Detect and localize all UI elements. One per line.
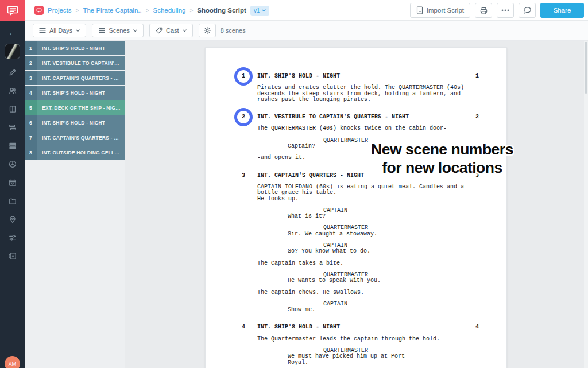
scene-list-item[interactable]: 1INT. SHIP'S HOLD - NIGHT <box>25 41 125 55</box>
scene-list-item[interactable]: 3INT. CAPTAIN'S QUARTERS - NIGHT <box>25 71 125 85</box>
sidebar-item-filter-sliders[interactable] <box>0 228 25 247</box>
ellipsis-icon <box>501 9 509 11</box>
location-pin-icon <box>8 215 17 224</box>
contacts-book-icon <box>8 251 17 261</box>
scenes-dropdown[interactable]: Scenes <box>92 24 144 37</box>
script-viewer: 1INT. SHIP'S HOLD - NIGHT1Pirates and cr… <box>125 41 588 368</box>
scene-number-ring <box>234 67 253 86</box>
annotation-line-1: New scene numbers <box>368 141 517 159</box>
version-badge[interactable]: v1 <box>250 6 270 16</box>
scene-heading[interactable]: 1INT. SHIP'S HOLD - NIGHT1 <box>257 73 479 79</box>
dialogue-line: Royal. <box>288 360 479 366</box>
breadcrumb: Projects>The Pirate Captain..>Scheduling… <box>34 0 269 21</box>
app-logo[interactable] <box>0 0 25 21</box>
scene-list-item[interactable]: 6INT. SHIP'S HOLD - NIGHT <box>25 115 125 130</box>
scene-number-left: 4 <box>242 324 245 330</box>
scene-number: 2 <box>25 56 37 70</box>
action-block: The Quartermaster leads the captain thro… <box>257 336 479 342</box>
cast-members-icon <box>8 86 17 95</box>
scene-list-item[interactable]: 7INT. CAPTAIN'S QUARTERS - NIGHT <box>25 130 125 145</box>
sidebar-item-schedule-rows[interactable] <box>0 137 25 155</box>
breadcrumb-item-scheduling[interactable]: Scheduling <box>153 7 186 14</box>
breadcrumb-item-the-pirate-captain[interactable]: The Pirate Captain.. <box>83 7 141 14</box>
scene-count: 8 scenes <box>220 27 246 34</box>
action-line: The captain chews. He swallows. <box>257 290 479 296</box>
shot-list-aperture-icon <box>8 160 17 169</box>
sidebar-item-script-pages[interactable] <box>0 100 25 118</box>
scene-number-left: 2 <box>242 114 245 120</box>
breadcrumb-item-projects[interactable]: Projects <box>48 7 72 14</box>
cast-dropdown[interactable]: Cast <box>149 24 193 37</box>
dialogue-line: Sir. We caught a stowaway. <box>288 231 479 237</box>
all-days-dropdown[interactable]: All Days <box>33 24 86 37</box>
chevron-down-icon <box>262 9 266 12</box>
breadcrumb-separator: > <box>76 7 79 14</box>
project-thumbnail[interactable] <box>5 44 20 59</box>
action-block: The QUARTERMASTER (40s) knocks twice on … <box>257 126 479 131</box>
scene-list-item[interactable]: 2INT. VESTIBULE TO CAPTAIN'S QUARTERS - … <box>25 56 125 70</box>
dialogue-line: He wants to speak with you. <box>288 278 479 284</box>
annotation-line-2: for new locations <box>368 159 517 177</box>
scene-heading-text: INT. SHIP'S HOLD - NIGHT <box>257 73 340 79</box>
scene-number: 8 <box>25 145 37 160</box>
script-page: 1INT. SHIP'S HOLD - NIGHT1Pirates and cr… <box>205 47 507 368</box>
import-script-label: Import Script <box>427 7 464 14</box>
sidebar-item-files-folder[interactable] <box>0 192 25 210</box>
scene-title-text: EXT. DECK OF THE SHIP - NIGHT <box>42 105 121 111</box>
schedule-rows-icon <box>8 141 17 150</box>
all-days-label: All Days <box>49 27 72 34</box>
scene-list-item[interactable]: 5EXT. DECK OF THE SHIP - NIGHT <box>25 100 125 115</box>
scene-title-text: INT. CAPTAIN'S QUARTERS - NIGHT <box>42 75 121 81</box>
breadcrumb-separator: > <box>189 7 193 14</box>
scene-title: INT. CAPTAIN'S QUARTERS - NIGHT <box>37 130 125 145</box>
print-button[interactable] <box>475 3 492 18</box>
scenes-label: Scenes <box>109 27 130 34</box>
document-icon <box>416 6 423 14</box>
stripboard-icon <box>8 123 17 132</box>
dialogue-block: CAPTAINSo? You know what to do. <box>257 243 479 255</box>
dialogue-line: So? You know what to do. <box>288 249 479 254</box>
breadcrumb-items: Projects>The Pirate Captain..>Scheduling… <box>48 7 246 14</box>
sidebar-item-shot-list-aperture[interactable] <box>0 155 25 173</box>
script-pages-icon <box>8 104 17 114</box>
scene-title-text: INT. VESTIBULE TO CAPTAIN'S QUARTERS - N… <box>42 60 121 66</box>
printer-icon <box>479 6 488 15</box>
tag-icon <box>156 27 163 34</box>
gear-icon <box>203 26 211 34</box>
share-button[interactable]: Share <box>540 3 584 18</box>
scene-list-item[interactable]: 8INT. OUTSIDE HOLDING CELL - NIGHT <box>25 145 125 160</box>
scene-number-right: 4 <box>475 324 479 330</box>
sidebar-item-stripboard[interactable] <box>0 118 25 137</box>
scene-number-right: 2 <box>475 114 479 120</box>
sidebar-item-calendar-check[interactable] <box>0 173 25 192</box>
scene-list-item[interactable]: 4INT. SHIP'S HOLD - NIGHT <box>25 86 125 100</box>
import-script-button[interactable]: Import Script <box>410 3 470 18</box>
sidebar-item-contacts-book[interactable] <box>0 247 25 265</box>
more-options-button[interactable] <box>497 3 514 18</box>
collapse-back-arrow[interactable]: ← <box>0 25 25 39</box>
user-avatar[interactable]: AM <box>5 356 20 368</box>
action-line: The Quartermaster leads the captain thro… <box>257 336 479 342</box>
sidebar-item-edit-pencil[interactable] <box>0 63 25 82</box>
list-icon <box>39 28 46 33</box>
dialogue-block: QUARTERMASTERHe wants to speak with you. <box>257 272 479 284</box>
rows-icon <box>98 28 105 33</box>
breadcrumb-item-shooting-script: Shooting Script <box>197 7 246 14</box>
character-name: CAPTAIN <box>323 208 479 214</box>
scene-heading-text: INT. SHIP'S HOLD - NIGHT <box>257 324 340 330</box>
scene-title: INT. OUTSIDE HOLDING CELL - NIGHT <box>37 145 125 160</box>
scene-title-text: INT. SHIP'S HOLD - NIGHT <box>42 45 105 51</box>
comments-button[interactable] <box>519 3 536 18</box>
settings-gear-button[interactable] <box>199 24 216 37</box>
scene-heading[interactable]: 4INT. SHIP'S HOLD - NIGHT4 <box>257 324 479 330</box>
sidebar-item-location-pin[interactable] <box>0 210 25 228</box>
scene-title-text: INT. CAPTAIN'S QUARTERS - NIGHT <box>42 135 121 141</box>
action-block: CAPTAIN TOLEDANO (60s) is eating a quiet… <box>257 184 479 202</box>
sidebar-item-cast-members[interactable] <box>0 82 25 100</box>
top-bar: Projects>The Pirate Captain..>Scheduling… <box>0 0 588 21</box>
action-block: The Captain takes a bite. <box>257 261 479 266</box>
scene-heading[interactable]: 2INT. VESTIBULE TO CAPTAIN'S QUARTERS - … <box>257 114 479 120</box>
scene-number: 5 <box>25 100 37 115</box>
action-block: Pirates and crates clutter the hold. The… <box>257 85 479 103</box>
scrollbar[interactable] <box>584 41 588 368</box>
